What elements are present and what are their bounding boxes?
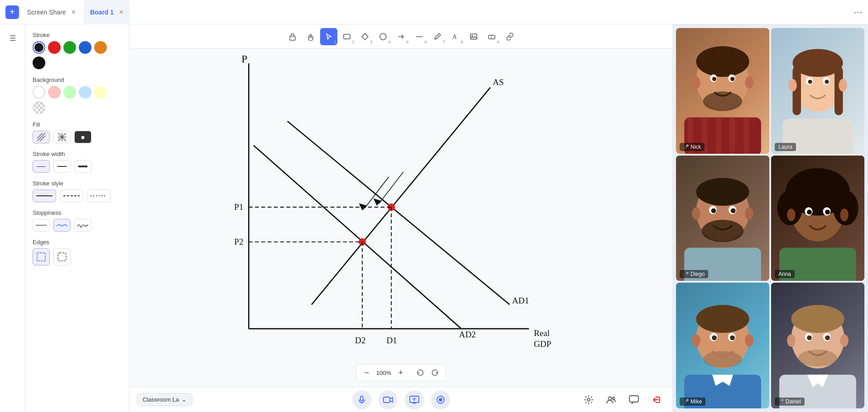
- fill-cross-hatch[interactable]: [53, 131, 71, 143]
- settings-button[interactable]: [580, 391, 597, 408]
- main-area: ☰ Stroke Background: [0, 24, 868, 412]
- zoom-out-button[interactable]: −: [361, 367, 373, 379]
- canvas-area[interactable]: P Real GDP AS AD1 AD2: [129, 49, 672, 387]
- chat-button[interactable]: [625, 391, 643, 408]
- svg-point-112: [712, 336, 717, 341]
- sloppiness-0[interactable]: [33, 219, 50, 232]
- stroke-color-orange[interactable]: [94, 41, 107, 54]
- stroke-color-blue[interactable]: [79, 41, 91, 54]
- svg-point-56: [703, 91, 742, 111]
- chart-label-ad2: AD2: [459, 330, 476, 339]
- svg-point-15: [380, 33, 386, 40]
- camera-button[interactable]: [379, 390, 398, 409]
- tool-pencil[interactable]: 7: [429, 28, 446, 45]
- stroke-width-medium[interactable]: [53, 160, 71, 173]
- fill-row: ■: [33, 131, 122, 143]
- tool-select[interactable]: 1: [320, 28, 337, 45]
- edges-rounded[interactable]: [53, 248, 71, 265]
- sloppiness-1[interactable]: [53, 219, 71, 232]
- bottom-center-controls: [352, 390, 450, 409]
- chart-label-p2: P2: [234, 237, 243, 246]
- tool-line[interactable]: 6: [411, 28, 428, 45]
- tool-rect[interactable]: 2: [338, 28, 355, 45]
- bg-color-white[interactable]: [33, 86, 45, 99]
- svg-rect-52: [629, 396, 638, 402]
- stroke-width-thick[interactable]: [74, 160, 91, 173]
- tab-board-1-close[interactable]: ×: [119, 8, 123, 16]
- svg-point-51: [613, 397, 615, 399]
- tool-hand[interactable]: [302, 28, 319, 45]
- tool-lock[interactable]: [284, 28, 301, 45]
- stroke-color-green[interactable]: [63, 41, 76, 54]
- tab-screen-share[interactable]: Screen Share ×: [21, 0, 82, 24]
- stroke-color-black[interactable]: [33, 41, 45, 54]
- tool-link[interactable]: [501, 28, 518, 45]
- svg-point-89: [731, 208, 736, 213]
- menu-icon[interactable]: ⋯: [854, 7, 863, 18]
- svg-point-65: [712, 77, 716, 81]
- bottom-right-controls: [580, 391, 665, 408]
- stroke-color-darkblack[interactable]: [33, 57, 45, 69]
- svg-point-67: [692, 76, 700, 89]
- mic-icon-mike: 🎤: [683, 399, 689, 404]
- fill-hatch[interactable]: [33, 131, 50, 143]
- background-label: Background: [33, 76, 122, 83]
- record-button[interactable]: [431, 390, 450, 409]
- stroke-width-row: [33, 160, 122, 173]
- bg-color-lightyellow[interactable]: [94, 86, 107, 99]
- svg-point-50: [609, 397, 612, 400]
- redo-button[interactable]: [428, 366, 441, 379]
- tools-bar: 1 2 3 4 5: [129, 24, 672, 49]
- chart-label-as: AS: [493, 77, 504, 87]
- bg-color-lightblue[interactable]: [79, 86, 91, 99]
- tab-screen-share-close[interactable]: ×: [72, 8, 76, 16]
- bg-color-checker[interactable]: [33, 101, 45, 114]
- tool-eraser[interactable]: 5: [483, 28, 500, 45]
- tool-text[interactable]: A 8: [447, 28, 464, 45]
- tool-arrow[interactable]: 5: [393, 28, 410, 45]
- svg-rect-38: [360, 396, 363, 401]
- bg-color-pink[interactable]: [48, 86, 61, 99]
- fill-solid[interactable]: ■: [74, 131, 91, 143]
- tab-board-1[interactable]: Board 1 ×: [84, 0, 129, 24]
- stroke-width-label: Stroke width: [33, 151, 122, 157]
- stroke-section: Stroke: [33, 32, 122, 69]
- daniel-name-label: Daniel: [786, 398, 801, 405]
- edges-label: Edges: [33, 239, 122, 246]
- stroke-style-solid[interactable]: [33, 189, 56, 202]
- tool-text-badge: 8: [460, 40, 463, 44]
- tool-circle[interactable]: 4: [374, 28, 392, 45]
- svg-rect-60: [716, 117, 721, 153]
- chart-label-d2: D2: [355, 336, 365, 345]
- tool-diamond[interactable]: 3: [356, 28, 374, 45]
- classroom-label[interactable]: Classroom La ⌄: [137, 393, 192, 406]
- add-tab-button[interactable]: +: [5, 5, 19, 19]
- tab-board-1-title: Board 1: [90, 9, 114, 16]
- zoom-level: 100%: [376, 369, 391, 376]
- mic-icon-daniel: 🎤: [778, 399, 784, 404]
- participants-button[interactable]: [603, 391, 620, 408]
- zoom-in-button[interactable]: +: [395, 367, 407, 379]
- stroke-style-dashed[interactable]: [60, 189, 83, 202]
- fill-label: Fill: [33, 121, 122, 128]
- svg-point-115: [745, 334, 753, 347]
- edges-sharp[interactable]: [33, 248, 50, 265]
- leave-button[interactable]: [648, 391, 665, 408]
- undo-button[interactable]: [414, 366, 427, 379]
- mic-button[interactable]: [352, 390, 371, 409]
- hamburger-menu[interactable]: ☰: [5, 30, 21, 46]
- svg-point-48: [439, 398, 442, 402]
- screen-share-button[interactable]: [405, 390, 424, 409]
- stroke-style-dotted[interactable]: [87, 189, 110, 202]
- stroke-width-thin[interactable]: [33, 160, 50, 173]
- anna-name-label: Anna: [778, 271, 791, 277]
- tool-arrow-badge: 5: [406, 40, 408, 44]
- svg-point-124: [807, 336, 812, 341]
- video-panel: 🎤 Nick: [672, 24, 868, 412]
- bg-color-lightgreen[interactable]: [63, 86, 76, 99]
- tool-image[interactable]: [465, 28, 482, 45]
- stroke-color-red[interactable]: [48, 41, 61, 54]
- sloppiness-2[interactable]: [74, 219, 91, 232]
- top-bar-right: ⋯: [854, 7, 863, 18]
- svg-marker-14: [362, 33, 368, 40]
